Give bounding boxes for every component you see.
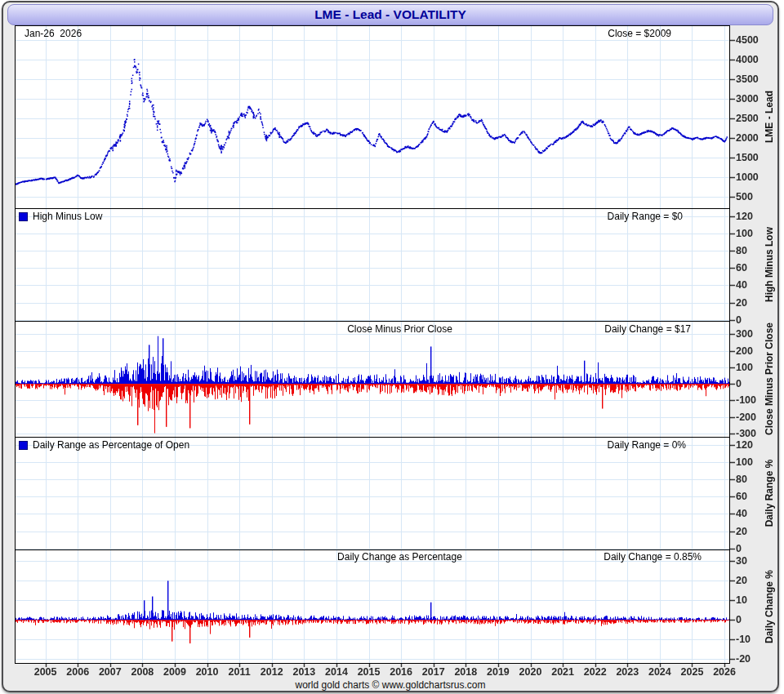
x-axis-year-label: 2026 xyxy=(713,666,736,678)
y-tick-label: 4000 xyxy=(736,54,772,65)
footer-credit: world gold charts © www.goldchartsrus.co… xyxy=(3,679,777,691)
y-axis-title-daily-range-pct: Daily Range % xyxy=(764,460,775,527)
x-axis-year-label: 2010 xyxy=(196,666,219,678)
daily-change-pct-panel-canvas xyxy=(15,549,774,669)
daily-range-pct-legend: Daily Range as Percentage of Open xyxy=(19,439,189,451)
y-axis-title-price: LME - Lead xyxy=(764,91,775,143)
x-axis-year-label: 2011 xyxy=(229,666,251,678)
y-tick-label: 3500 xyxy=(736,73,772,85)
x-axis-year-label: 2023 xyxy=(616,666,639,678)
x-axis-year-label: 2021 xyxy=(551,666,574,678)
chart-date-label: Jan-26 2026 xyxy=(24,28,82,39)
high-minus-low-legend-label: High Minus Low xyxy=(33,211,102,222)
y-tick-label: 1500 xyxy=(736,152,772,163)
x-axis-year-label: 2013 xyxy=(292,666,315,678)
y-tick-label: -20 xyxy=(736,653,772,665)
chart-frame: LME - Lead - VOLATILITY Jan-26 2026 Clos… xyxy=(2,1,779,692)
y-axis-title-close-minus-prior-close: Close Minus Prior Close xyxy=(764,323,775,435)
x-axis-year-label: 2019 xyxy=(487,666,510,678)
x-axis-year-label: 2008 xyxy=(131,666,154,678)
x-axis-year-label: 2022 xyxy=(584,666,607,678)
y-tick-label: 0 xyxy=(736,543,772,554)
x-axis-year-label: 2020 xyxy=(519,666,542,678)
daily-range-pct-panel-canvas xyxy=(15,437,774,550)
y-tick-label: 120 xyxy=(736,439,772,451)
high-minus-low-panel-canvas xyxy=(15,208,774,322)
x-axis-year-label: 2005 xyxy=(34,666,57,678)
y-tick-label: 4500 xyxy=(736,34,772,46)
x-axis-year-label: 2014 xyxy=(325,666,348,678)
daily-change-value-label: Daily Change = $17 xyxy=(604,323,691,335)
high-minus-low-legend: High Minus Low xyxy=(19,211,102,222)
chart-title-bar: LME - Lead - VOLATILITY xyxy=(7,4,773,25)
x-axis-year-label: 2017 xyxy=(422,666,445,678)
daily-range-pct-legend-label: Daily Range as Percentage of Open xyxy=(33,439,189,451)
price-panel-canvas xyxy=(15,25,774,209)
daily-range-value-label: Daily Range = $0 xyxy=(608,211,683,222)
daily-range-pct-value-label: Daily Range = 0% xyxy=(608,439,686,451)
x-axis-year-label: 2012 xyxy=(261,666,283,678)
legend-swatch-icon xyxy=(19,212,28,221)
x-axis-year-label: 2006 xyxy=(66,666,89,678)
x-axis-year-label: 2016 xyxy=(390,666,412,678)
x-axis-year-label: 2009 xyxy=(163,666,186,678)
close-value-label: Close = $2009 xyxy=(608,28,671,39)
x-axis-year-label: 2024 xyxy=(648,666,671,678)
y-tick-label: 1000 xyxy=(736,171,772,183)
x-axis-year-label: 2025 xyxy=(681,666,704,678)
y-tick-label: 500 xyxy=(736,191,772,202)
x-axis-year-label: 2018 xyxy=(454,666,477,678)
y-tick-label: 120 xyxy=(736,211,772,222)
close-minus-prior-close-panel-canvas xyxy=(15,321,774,438)
daily-change-pct-value-label: Daily Change = 0.85% xyxy=(604,551,702,563)
x-axis-year-label: 2015 xyxy=(358,666,381,678)
y-tick-label: 20 xyxy=(736,526,772,537)
y-axis-title-daily-change-pct: Daily Change % xyxy=(764,569,775,643)
y-axis-title-high-minus-low: High Minus Low xyxy=(764,227,775,302)
x-axis-year-label: 2007 xyxy=(99,666,122,678)
chart-title: LME - Lead - VOLATILITY xyxy=(314,7,466,21)
legend-swatch-icon xyxy=(19,441,28,450)
y-tick-label: 30 xyxy=(736,555,772,567)
